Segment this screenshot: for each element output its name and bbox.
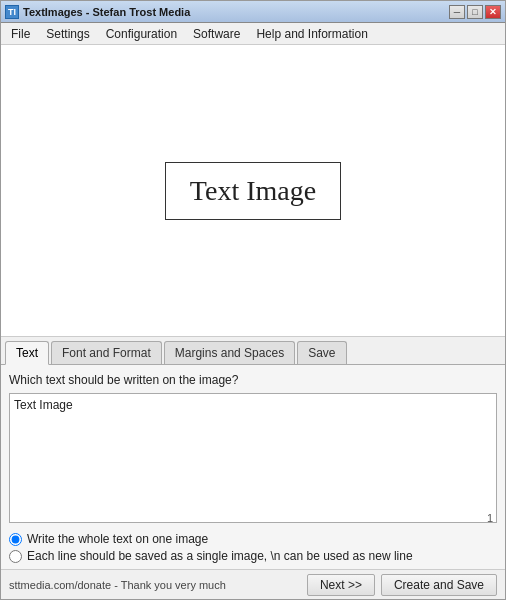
tab-question: Which text should be written on the imag… (9, 373, 497, 387)
tab-save[interactable]: Save (297, 341, 346, 364)
minimize-button[interactable]: ─ (449, 5, 465, 19)
radio-whole-text-label: Write the whole text on one image (27, 532, 208, 546)
radio-each-line-input[interactable] (9, 550, 22, 563)
menu-bar: File Settings Configuration Software Hel… (1, 23, 505, 45)
menu-file[interactable]: File (3, 25, 38, 43)
preview-image-box: Text Image (165, 162, 341, 220)
title-bar-left: TI TextImages - Stefan Trost Media (5, 5, 190, 19)
radio-each-line[interactable]: Each line should be saved as a single im… (9, 549, 497, 563)
maximize-button[interactable]: □ (467, 5, 483, 19)
tab-margins-spaces[interactable]: Margins and Spaces (164, 341, 295, 364)
char-count: 1 (487, 512, 493, 524)
main-window: TI TextImages - Stefan Trost Media ─ □ ✕… (0, 0, 506, 600)
radio-whole-text-input[interactable] (9, 533, 22, 546)
text-area-container: Text Image 1 (9, 393, 497, 526)
tab-text[interactable]: Text (5, 341, 49, 365)
preview-text: Text Image (190, 175, 316, 207)
menu-help[interactable]: Help and Information (248, 25, 375, 43)
tabs-bar: Text Font and Format Margins and Spaces … (1, 337, 505, 365)
menu-configuration[interactable]: Configuration (98, 25, 185, 43)
preview-area: Text Image (1, 45, 505, 337)
radio-each-line-label: Each line should be saved as a single im… (27, 549, 413, 563)
radio-options: Write the whole text on one image Each l… (9, 532, 497, 563)
title-bar: TI TextImages - Stefan Trost Media ─ □ ✕ (1, 1, 505, 23)
menu-settings[interactable]: Settings (38, 25, 97, 43)
status-text: sttmedia.com/donate - Thank you very muc… (9, 579, 226, 591)
tab-font-format[interactable]: Font and Format (51, 341, 162, 364)
bottom-buttons: Next >> Create and Save (307, 574, 497, 596)
title-bar-buttons: ─ □ ✕ (449, 5, 501, 19)
tab-content: Which text should be written on the imag… (1, 365, 505, 569)
create-save-button[interactable]: Create and Save (381, 574, 497, 596)
app-icon: TI (5, 5, 19, 19)
menu-software[interactable]: Software (185, 25, 248, 43)
bottom-bar: sttmedia.com/donate - Thank you very muc… (1, 569, 505, 599)
next-button[interactable]: Next >> (307, 574, 375, 596)
window-title: TextImages - Stefan Trost Media (23, 6, 190, 18)
close-button[interactable]: ✕ (485, 5, 501, 19)
text-input[interactable]: Text Image (9, 393, 497, 523)
radio-whole-text[interactable]: Write the whole text on one image (9, 532, 497, 546)
